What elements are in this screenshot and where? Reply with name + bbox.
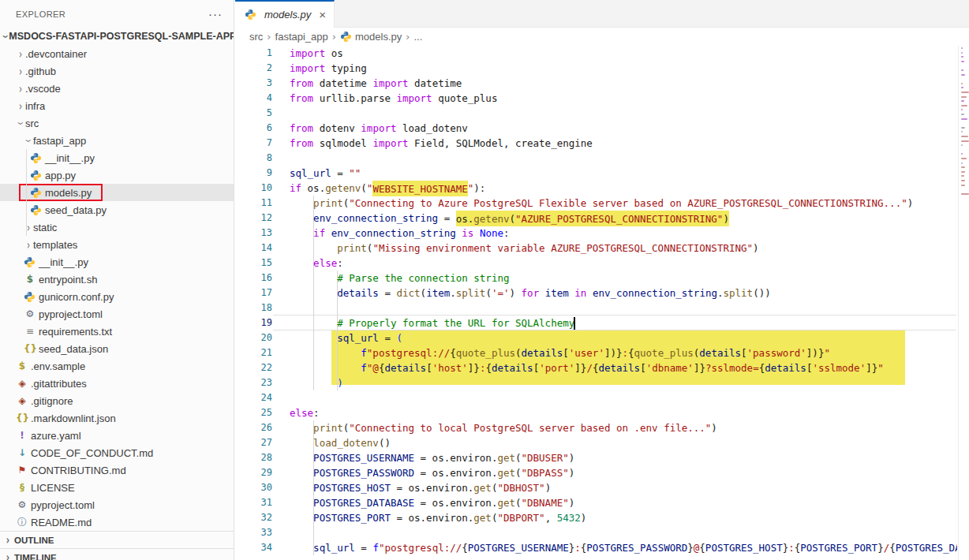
tree-item--init-py[interactable]: __init__.py [0,149,234,166]
python-icon [30,187,42,199]
tree-item--markdownlint-json[interactable]: {}.markdownlint.json [0,409,234,427]
python-icon [24,256,36,268]
tree-item-label: pyproject.toml [31,499,95,511]
tree-item-entrypoint-sh[interactable]: $entrypoint.sh [0,271,234,288]
tree-item-app-py[interactable]: app.py [0,166,234,184]
minimap-line-mark [961,105,967,106]
tree-item-pyproject-toml[interactable]: ⚙pyproject.toml [0,305,234,323]
breadcrumb-item-models-py[interactable]: models.py [355,31,402,43]
breadcrumb-separator-icon: › [267,31,271,43]
tab-bar: models.py × [235,0,969,28]
tree-item-fastapi-app[interactable]: ›fastapi_app [0,132,234,149]
tree-item--devcontainer[interactable]: ›.devcontainer [0,45,234,62]
tree-item-license[interactable]: §LICENSE [0,479,234,496]
chevron-right-icon: › [4,551,12,560]
more-actions-icon[interactable]: ··· [208,10,223,18]
git-icon: ◈ [16,377,28,390]
markdown-icon: ↓ [16,446,28,459]
tree-item--init-py[interactable]: __init__.py [0,253,234,271]
workspace-root-folder[interactable]: › MSDOCS-FASTAPI-POSTGRESQL-SAMPLE-APP [… [0,28,234,45]
code-line-15: 15 else: [235,256,957,271]
code-line-31: 31 POSTGRES_DATABASE = os.environ.get("D… [235,495,957,510]
code-line-32: 32 POSTGRES_PORT = os.environ.get("DBPOR… [235,510,957,525]
code-line-24: 24 [235,390,957,405]
code-text: POSTGRES_PASSWORD = os.environ.get("DBPA… [290,465,574,480]
tree-item-infra[interactable]: ›infra [0,97,234,114]
tree-item-label: .markdownlint.json [31,413,116,424]
tree-item-label: __init__.py [39,256,88,268]
tree-item--github[interactable]: ›.github [0,62,234,80]
line-number: 28 [235,450,272,465]
readme-icon: ⓘ [16,516,28,528]
minimap-line-mark [961,153,963,155]
code-line-3: 3from datetime import datetime [235,76,957,91]
code-line-34: 34 sql_url = f"postgresql://{POSTGRES_US… [235,540,957,555]
gear-icon: ⚙ [24,308,36,320]
code-line-8: 8 [235,151,957,166]
env-icon: $ [16,360,28,372]
json-icon: {} [24,342,36,355]
code-text: details = dict(item.split('=') for item … [290,286,771,301]
tree-item-code-of-conduct-md[interactable]: ↓CODE_OF_CONDUCT.md [0,444,234,461]
sidebar-bottom-sections: ›OUTLINE›TIMELINE [0,531,234,560]
minimap-line-mark [961,109,963,110]
tree-item--gitattributes[interactable]: ◈.gitattributes [0,375,234,392]
tree-item--env-sample[interactable]: $.env.sample [0,357,234,375]
tab-models-py[interactable]: models.py × [235,0,335,28]
minimap-line-mark [961,180,965,181]
code-text: POSTGRES_PORT = os.environ.get("DBPORT",… [290,510,586,525]
code-line-11: 11 print("Connecting to Azure PostgreSQL… [235,196,957,211]
code-line-20: 20 sql_url = ( [235,330,957,345]
tree-item-src[interactable]: ›src [0,114,234,132]
line-number: 13 [235,226,272,241]
tree-item-pyproject-toml[interactable]: ⚙pyproject.toml [0,496,234,513]
tree-item-label: requirements.txt [39,326,112,338]
code-line-2: 2import typing [235,61,957,76]
code-text: from urllib.parse import quote_plus [290,91,497,106]
tree-item-templates[interactable]: ›templates [0,236,234,253]
tree-item-models-py[interactable]: models.py [0,184,234,201]
minimap-line-mark [961,74,965,76]
breadcrumb-item-src[interactable]: src [249,31,263,43]
section-outline[interactable]: ›OUTLINE [0,531,234,548]
file-tree: ›.devcontainer›.github›.vscode›infra›src… [0,45,234,531]
tree-item-gunicorn-conf-py[interactable]: gunicorn.conf.py [0,288,234,305]
code-line-13: 13 if env_connection_string is None: [235,226,957,241]
tree-item-static[interactable]: ›static [0,218,234,236]
license-icon: § [16,481,28,494]
code-line-6: 6from dotenv import load_dotenv [235,121,957,136]
python-icon [30,170,42,181]
breadcrumb-item-fastapi-app[interactable]: fastapi_app [275,31,328,43]
minimap[interactable] [958,46,969,560]
minimap-line-mark [961,56,963,58]
tree-item-azure-yaml[interactable]: !azure.yaml [0,427,234,444]
close-icon[interactable]: × [319,8,326,21]
code-text: env_connection_string = os.getenv("AZURE… [290,211,729,226]
code-text: f"postgresql://{quote_plus(details['user… [290,345,830,360]
code-text: # Properly format the URL for SQLAlchemy [290,315,574,330]
tree-item-contributing-md[interactable]: ⚑CONTRIBUTING.md [0,461,234,479]
line-number: 4 [235,91,272,106]
minimap-line-mark [961,47,963,49]
code-text: POSTGRES_HOST = os.environ.get("DBHOST") [290,480,551,495]
tree-item--gitignore[interactable]: ◈.gitignore [0,392,234,409]
tree-item-requirements-txt[interactable]: ≡requirements.txt [0,323,234,340]
breadcrumb-item--[interactable]: ... [413,31,422,43]
code-editor[interactable]: 1import os2import typing3from datetime i… [235,46,957,560]
tree-item--vscode[interactable]: ›.vscode [0,80,234,97]
chevron-right-icon: › [24,237,32,251]
tree-item-label: infra [25,100,45,112]
section-timeline[interactable]: ›TIMELINE [0,548,234,560]
minimap-line-mark [961,136,968,137]
tree-item-seed-data-json[interactable]: {}seed_data.json [0,340,234,357]
line-number: 9 [235,166,272,181]
minimap-line-mark [961,162,963,164]
minimap-line-mark [961,96,967,98]
tree-item-seed-data-py[interactable]: seed_data.py [0,201,234,218]
editor-pane: models.py × src›fastapi_app›models.py›..… [235,0,969,560]
line-number: 22 [235,360,272,375]
code-text: else: [290,256,343,271]
tree-item-label: .vscode [25,83,61,95]
tree-item-readme-md[interactable]: ⓘREADME.md [0,513,234,531]
workspace-root-label: MSDOCS-FASTAPI-POSTGRESQL-SAMPLE-APP [GI… [9,31,234,42]
